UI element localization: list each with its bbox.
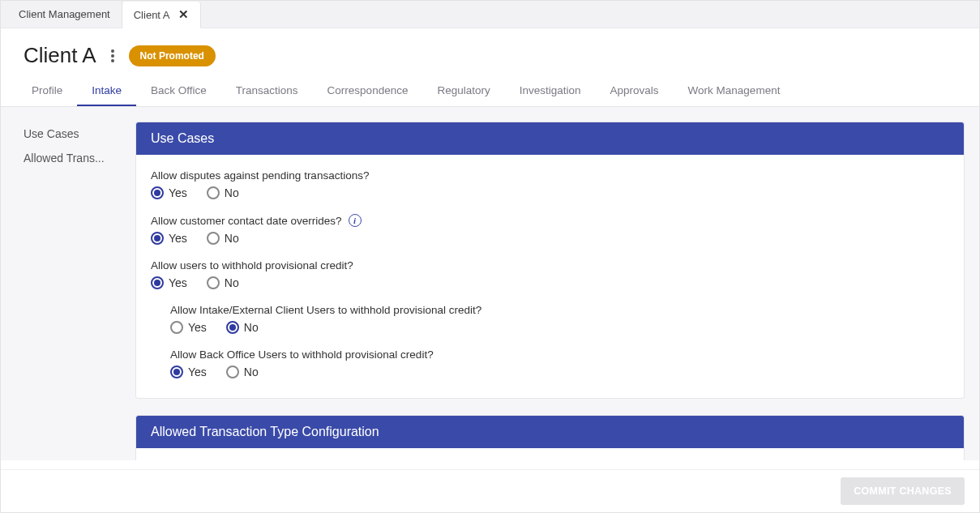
question-label: Allow Intake/External Client Users to wi…: [170, 304, 949, 316]
kebab-menu-icon[interactable]: [108, 46, 118, 66]
question-withhold-credit: Allow users to withhold provisional cred…: [151, 259, 949, 289]
question-label: Allow customer contact date overrides?: [151, 215, 342, 227]
body: Use Cases Allowed Trans... Use Cases All…: [1, 107, 979, 460]
radio-no[interactable]: No: [207, 232, 239, 245]
question-contact-date-override: Allow customer contact date overrides? i…: [151, 214, 949, 245]
radio-circle-icon: [170, 321, 183, 334]
subtab-transactions[interactable]: Transactions: [221, 76, 313, 106]
radio-group: Yes No: [151, 232, 949, 245]
window-tabbar: Client Management Client A ✕: [1, 1, 979, 28]
radio-circle-icon: [207, 186, 220, 199]
card-header: Use Cases: [136, 122, 964, 155]
subtab-work-management[interactable]: Work Management: [674, 76, 795, 106]
page-header: Client A Not Promoted: [1, 28, 979, 76]
question-disputes-pending: Allow disputes against pending transacti…: [151, 169, 949, 199]
sidenav: Use Cases Allowed Trans...: [1, 107, 135, 460]
subtab-approvals[interactable]: Approvals: [596, 76, 674, 106]
tab-client-a[interactable]: Client A ✕: [122, 2, 201, 28]
radio-yes[interactable]: Yes: [151, 276, 187, 289]
radio-circle-icon: [207, 276, 220, 289]
radio-group: Yes No: [151, 186, 949, 199]
radio-circle-icon: [170, 366, 183, 378]
subtab-profile[interactable]: Profile: [17, 76, 77, 106]
radio-group: Yes No: [151, 276, 949, 289]
radio-label: Yes: [169, 186, 187, 199]
main-content[interactable]: Use Cases Allow disputes against pending…: [135, 107, 979, 460]
page-title: Client A: [24, 43, 96, 68]
radio-group: Yes No: [170, 321, 949, 334]
subtab-regulatory[interactable]: Regulatory: [422, 76, 504, 106]
radio-label: No: [225, 186, 239, 199]
radio-label: Yes: [169, 232, 187, 245]
card-use-cases: Use Cases Allow disputes against pending…: [135, 122, 965, 399]
question-label: Allow users to withhold provisional cred…: [151, 259, 949, 271]
radio-label: Yes: [188, 366, 207, 378]
radio-label: Yes: [188, 321, 207, 334]
radio-circle-icon: [151, 276, 164, 289]
subtab-back-office[interactable]: Back Office: [136, 76, 221, 106]
subtab-investigation[interactable]: Investigation: [505, 76, 596, 106]
radio-yes[interactable]: Yes: [151, 232, 187, 245]
radio-label: No: [225, 276, 239, 289]
tab-client-management[interactable]: Client Management: [7, 1, 122, 28]
status-badge: Not Promoted: [129, 45, 216, 66]
card-body: Allow disputes against pending transacti…: [136, 155, 964, 398]
subtab-intake[interactable]: Intake: [77, 76, 136, 106]
info-icon[interactable]: i: [349, 214, 362, 227]
sidenav-item-allowed-trans[interactable]: Allowed Trans...: [24, 146, 121, 170]
radio-label: No: [244, 321, 259, 334]
radio-yes[interactable]: Yes: [170, 321, 207, 334]
radio-circle-icon: [151, 186, 164, 199]
radio-yes[interactable]: Yes: [170, 366, 207, 378]
question-intake-external-withhold: Allow Intake/External Client Users to wi…: [170, 304, 949, 334]
close-icon[interactable]: ✕: [178, 7, 189, 22]
tab-label: Client A: [134, 9, 170, 21]
radio-no[interactable]: No: [207, 276, 239, 289]
radio-circle-icon: [151, 232, 164, 245]
radio-no[interactable]: No: [226, 321, 259, 334]
footer-bar: COMMIT CHANGES: [1, 469, 979, 512]
radio-circle-icon: [226, 321, 239, 334]
radio-group: Yes No: [170, 366, 949, 378]
sidenav-item-use-cases[interactable]: Use Cases: [24, 122, 121, 146]
radio-label: No: [244, 366, 259, 378]
radio-no[interactable]: No: [207, 186, 239, 199]
radio-label: Yes: [169, 276, 187, 289]
radio-circle-icon: [207, 232, 220, 245]
question-label: Allow Back Office Users to withhold prov…: [170, 348, 949, 361]
app-frame: Client Management Client A ✕ Client A No…: [0, 0, 980, 513]
radio-label: No: [225, 232, 239, 245]
subtab-correspondence[interactable]: Correspondence: [313, 76, 423, 106]
subtab-bar: Profile Intake Back Office Transactions …: [1, 76, 979, 107]
tab-label: Client Management: [19, 8, 110, 20]
radio-no[interactable]: No: [226, 366, 259, 378]
commit-changes-button[interactable]: COMMIT CHANGES: [841, 477, 965, 505]
question-label: Allow disputes against pending transacti…: [151, 169, 949, 182]
card-body: Disputable Transactions ✓ ACH: [136, 448, 964, 460]
radio-circle-icon: [226, 366, 239, 378]
card-allowed-transaction-type: Allowed Transaction Type Configuration D…: [135, 415, 965, 460]
card-header: Allowed Transaction Type Configuration: [136, 416, 964, 448]
radio-yes[interactable]: Yes: [151, 186, 187, 199]
question-back-office-withhold: Allow Back Office Users to withhold prov…: [170, 348, 949, 378]
